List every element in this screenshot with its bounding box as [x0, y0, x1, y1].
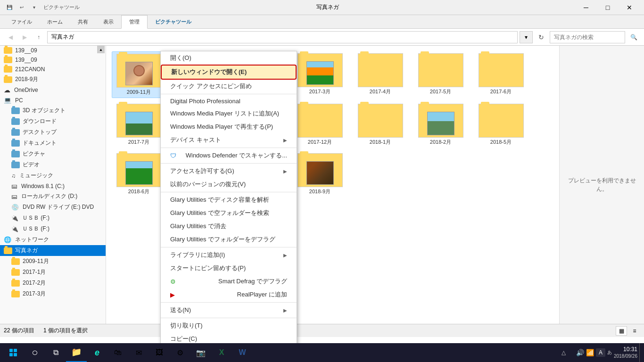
sidebar-item-shanega[interactable]: 写真ネガ [0, 245, 106, 256]
ctx-glary-analyze[interactable]: Glary Utilities でディスク容量を解析 [161, 193, 297, 206]
folder-item-2017-5[interactable]: 2017-5月 [413, 51, 468, 98]
tab-manage[interactable]: 管理 [121, 15, 148, 29]
sidebar-item-desktop[interactable]: デスクトップ [0, 127, 106, 138]
qa-save-btn[interactable]: 💾 [4, 2, 15, 13]
ctx-glary-defrag[interactable]: Glary Utilities でフォルダーをデフラグ [161, 233, 297, 246]
sidebar-item-download[interactable]: ダウンロード [0, 116, 106, 127]
ctx-open-label: 開く(O) [170, 54, 191, 62]
folder-item-2017-7[interactable]: 2017-7月 [112, 102, 166, 148]
nav-up-btn[interactable]: ↑ [32, 31, 45, 44]
nav-back-btn[interactable]: ◀ [4, 31, 17, 44]
sidebar-item-dvd[interactable]: 💿 DVD RW ドライブ (E:) DVD [0, 202, 106, 213]
ctx-pin-start[interactable]: スタートにピン留めする(P) [161, 262, 297, 275]
clock[interactable]: 10:31 2018/09/26 [614, 346, 637, 360]
taskbar-app-word[interactable]: W [232, 343, 253, 362]
ctx-add-library[interactable]: ライブラリに追加(I) ▶ [161, 248, 297, 262]
ctx-win-defender[interactable]: 🛡 Windows Defender でスキャンする... [161, 149, 297, 162]
show-desktop-btn[interactable] [639, 343, 642, 362]
ctx-smart-defrag[interactable]: ⚙ Smart Defrag でデフラグ [161, 275, 297, 288]
ctx-cut[interactable]: 切り取り(T) [161, 319, 297, 332]
sidebar-item-pc[interactable]: 💻 PC [0, 95, 106, 105]
ctx-dpp[interactable]: Digital Photo Professional [161, 95, 297, 107]
folder-item-2018-2[interactable]: 2018-2月 [413, 102, 468, 148]
folder-item-2018-1[interactable]: 2018-1月 [353, 102, 407, 148]
refresh-btn[interactable]: ▾ [520, 31, 533, 43]
task-view-btn[interactable]: ⧉ [45, 343, 66, 362]
sidebar-item-music[interactable]: ♫ ミュージック [0, 170, 106, 181]
folder-item-2017-4[interactable]: 2017-4月 [353, 51, 407, 98]
folder-item-2009-11[interactable]: 2009-11月 [112, 51, 166, 98]
sidebar-item-139-2[interactable]: 139__09 [0, 55, 106, 65]
tray-network[interactable]: 📶 [586, 349, 594, 356]
tray-speakers[interactable]: 🔊 [576, 349, 584, 356]
tab-home[interactable]: ホーム [40, 15, 70, 28]
sidebar-item-win81[interactable]: 🖴 Windows 8.1 (C:) [0, 181, 106, 191]
ctx-restore[interactable]: 以前のバージョンの復元(V) [161, 178, 297, 191]
sidebar-item-usb-2[interactable]: 🔌 ＵＳＢ (F:) [0, 223, 106, 234]
sidebar-item-usb-1[interactable]: 🔌 ＵＳＢ (F:) [0, 213, 106, 223]
folder-item-2017-12[interactable]: 2017-12月 [293, 102, 347, 148]
sidebar-item-2017-2[interactable]: 2017-2月 [0, 278, 106, 288]
view-list-btn[interactable]: ≡ [629, 326, 640, 336]
sidebar-item-212canon[interactable]: 212CANON [0, 65, 106, 74]
search-input[interactable] [550, 31, 625, 43]
address-input[interactable] [47, 31, 518, 43]
taskbar-app-edge[interactable]: e [87, 343, 107, 362]
search-btn[interactable]: 🔍 [627, 31, 640, 44]
sidebar-item-2009-11[interactable]: 2009-11月 [0, 256, 106, 267]
sidebar-item-pictures[interactable]: ピクチャ [0, 148, 106, 159]
ctx-wmp-add[interactable]: Windows Media Player リストに追加(A) [161, 107, 297, 120]
minimize-btn[interactable]: ─ [575, 0, 597, 15]
taskbar-app-settings[interactable]: ⚙ [170, 343, 190, 362]
ctx-device-cast[interactable]: デバイス キャスト ▶ [161, 133, 297, 147]
ctx-open-new[interactable]: 新しいウィンドウで開く(E) [161, 65, 297, 80]
sidebar-item-139-1[interactable]: 139__09 [0, 46, 106, 55]
ctx-sendto[interactable]: 送る(N) ▶ [161, 304, 297, 317]
tab-share[interactable]: 共有 [70, 15, 96, 28]
folder-item-2018-5[interactable]: 2018-5月 [474, 102, 528, 148]
folder-icon [4, 47, 12, 54]
taskbar-app-camera[interactable]: 📷 [190, 343, 211, 362]
sidebar-scroll-up[interactable]: ▲ [97, 46, 105, 53]
address-refresh-btn[interactable]: ↻ [535, 31, 548, 44]
ctx-wmp-play[interactable]: Windows Media Player で再生する(P) [161, 120, 297, 133]
sidebar-item-network[interactable]: 🌐 ネットワーク [0, 234, 106, 245]
close-btn[interactable]: ✕ [619, 0, 640, 15]
qa-dropdown-btn[interactable]: ▾ [28, 2, 40, 13]
sidebar-item-documents[interactable]: ドキュメント [0, 138, 106, 148]
folder-item-2017-6[interactable]: 2017-6月 [474, 51, 528, 98]
ctx-open[interactable]: 開く(O) [161, 51, 297, 65]
ctx-allow-access[interactable]: アクセスを許可する(G) ▶ [161, 165, 297, 178]
tray-overflow-btn[interactable]: △ [553, 343, 574, 362]
folder-item-2018-9[interactable]: 2018-9月 [293, 151, 347, 197]
search-taskbar-btn[interactable]: ○ [25, 343, 45, 362]
sidebar-item-3d[interactable]: 3D オブジェクト [0, 105, 106, 116]
ctx-glary-find[interactable]: Glary Utilities で空フォルダーを検索 [161, 206, 297, 220]
sidebar-item-videos[interactable]: ビデオ [0, 159, 106, 170]
sidebar-item-2017-3[interactable]: 2017-3月 [0, 288, 106, 299]
tab-file[interactable]: ファイル [4, 15, 40, 28]
sidebar-item-local-d[interactable]: 🖴 ローカルディスク (D:) [0, 191, 106, 202]
file-explorer-btn[interactable]: 📁 [66, 343, 87, 362]
tab-pictool[interactable]: ピクチャツール [148, 15, 199, 28]
nav-forward-btn[interactable]: ▶ [18, 31, 31, 44]
qa-undo-btn[interactable]: ↩ [16, 2, 27, 13]
tab-view[interactable]: 表示 [96, 15, 121, 28]
sidebar-item-2017-1[interactable]: 2017-1月 [0, 267, 106, 278]
sidebar-item-onedrive[interactable]: ☁ OneDrive [0, 85, 106, 95]
ctx-sendto-label: 送る(N) [170, 306, 191, 314]
sidebar-item-2018-9[interactable]: 2018-9月 [0, 74, 106, 85]
taskbar-app-excel[interactable]: X [211, 343, 232, 362]
ctx-glary-erase[interactable]: Glary Utilities で消去 [161, 220, 297, 233]
lang-indicator[interactable]: A [596, 348, 605, 357]
ctx-pin-quick[interactable]: クイック アクセスにピン留め [161, 80, 297, 93]
start-button[interactable] [2, 343, 25, 362]
folder-item-2017-3[interactable]: 2017-3月 [293, 51, 347, 98]
folder-item-2018-6[interactable]: 2018-6月 [112, 151, 166, 197]
ctx-realplayer[interactable]: ▶ RealPlayer に追加 [161, 288, 297, 301]
taskbar-app-photos[interactable]: 🖼 [149, 343, 170, 362]
view-icon-btn[interactable]: ▦ [616, 326, 627, 336]
maximize-btn[interactable]: □ [597, 0, 619, 15]
taskbar-app-store[interactable]: 🛍 [107, 343, 128, 362]
taskbar-app-mail[interactable]: ✉ [128, 343, 149, 362]
